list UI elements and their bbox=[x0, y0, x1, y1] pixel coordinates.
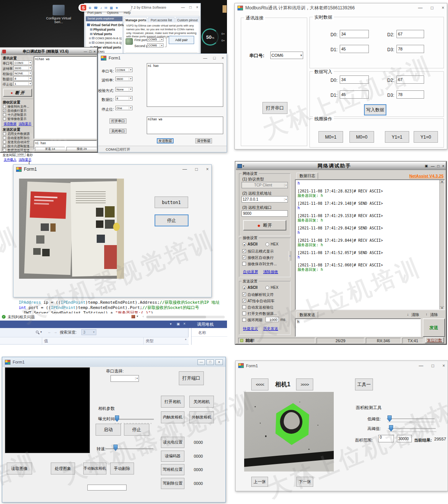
pin-icon[interactable]: ▣ bbox=[425, 164, 428, 168]
manual-reject-button[interactable]: 手动剔除 bbox=[110, 463, 134, 474]
exposure-slider-track[interactable] bbox=[114, 419, 154, 420]
m0-off-button[interactable]: M0=0 bbox=[349, 131, 374, 143]
log-vertical-scrollbar[interactable]: ▲ ▼ bbox=[439, 180, 444, 309]
clear-display-link[interactable]: 清除显示 bbox=[19, 122, 31, 126]
send-button[interactable]: 发送 bbox=[423, 318, 445, 337]
type-column-header[interactable]: 类型 bbox=[146, 338, 153, 344]
button1[interactable]: button1 bbox=[155, 197, 188, 208]
open-camera-button[interactable]: 打开相机 bbox=[161, 396, 184, 408]
write-data-button[interactable]: 写入数据 bbox=[364, 104, 386, 115]
close-icon[interactable]: × bbox=[442, 363, 445, 368]
maximize-icon[interactable]: □ bbox=[431, 5, 433, 10]
bottom-text-input[interactable] bbox=[87, 485, 127, 491]
next-camera-button[interactable]: >>>> bbox=[296, 378, 313, 390]
horizontal-scrollbar[interactable] bbox=[146, 316, 225, 318]
desktop-icon-configure-vspd[interactable]: Configure Virtual Seri... bbox=[44, 4, 73, 24]
prev-camera-button[interactable]: <<<< bbox=[251, 378, 268, 390]
process-image-button[interactable]: 处理图象 bbox=[51, 463, 75, 474]
baud-combo[interactable]: 9600▾ bbox=[13, 66, 32, 70]
radio-send-ascii[interactable]: ● bbox=[242, 286, 246, 290]
internal-trigger-button[interactable]: 内触发相机 bbox=[161, 411, 184, 423]
checkbox-parse-escape[interactable]: ✓ bbox=[242, 293, 246, 296]
send-textarea[interactable]: nihao wa bbox=[147, 117, 223, 134]
checkbox-auto-newline[interactable]: ✓ bbox=[3, 109, 6, 112]
stop-button[interactable]: 停止 bbox=[155, 214, 189, 226]
databits-combo[interactable]: 8▾ bbox=[13, 76, 32, 81]
data-log-area[interactable]: h [2021-11-08 17:41:28.823]# RECV ASCII>… bbox=[295, 179, 445, 310]
y1-on-button[interactable]: Y1=1 bbox=[385, 131, 409, 143]
maximize-icon[interactable]: □ bbox=[189, 5, 192, 9]
checkbox-auto-clear[interactable] bbox=[3, 140, 6, 143]
tree-item-virtual-ports[interactable]: Virtual ports bbox=[90, 32, 112, 36]
close-port-button[interactable]: 关闭串口 bbox=[109, 129, 127, 134]
close-icon[interactable]: × bbox=[196, 5, 198, 9]
panel-collapse-handle[interactable]: ‹ bbox=[288, 251, 292, 261]
checkbox-auto-checksum[interactable] bbox=[242, 305, 246, 309]
read-encoder-button[interactable]: 读编码器 bbox=[161, 451, 184, 462]
checkbox-auto-append[interactable] bbox=[3, 136, 6, 139]
panel-pin-icon[interactable]: ▣ bbox=[177, 322, 180, 326]
maximize-icon[interactable]: □ bbox=[206, 359, 214, 365]
tool-one-button[interactable]: 工具一 bbox=[355, 378, 373, 390]
radio-send-hex[interactable] bbox=[265, 286, 269, 290]
write-camera-pos-button[interactable]: 写相机位置 bbox=[161, 464, 184, 475]
stop-button[interactable]: 停止 bbox=[124, 424, 149, 436]
close-icon[interactable]: × bbox=[94, 50, 96, 53]
tree-expand-icon[interactable]: ⊞ bbox=[89, 37, 91, 40]
auto-scroll-link[interactable]: 自动滚屏 bbox=[243, 269, 258, 275]
d2-write[interactable]: 67 bbox=[396, 75, 424, 84]
netassist-brand-link[interactable]: NetAssist V4.3.25 bbox=[400, 174, 444, 178]
checkbox-pause-recv[interactable] bbox=[3, 117, 6, 120]
forward-arrow-icon[interactable]: → bbox=[53, 330, 57, 334]
open-port-button[interactable]: 打开串口 bbox=[109, 118, 127, 124]
receive-textarea[interactable]: ni hao bbox=[147, 63, 223, 107]
stopbits-combo[interactable]: 1▾ bbox=[13, 81, 32, 86]
d0-write[interactable]: 34 bbox=[340, 75, 369, 84]
read-photoelectric-button[interactable]: 读光电位置 bbox=[161, 437, 184, 448]
host-combo[interactable]: 127.0.0.1▾ bbox=[242, 196, 288, 202]
back-arrow-icon[interactable]: ← bbox=[48, 330, 52, 334]
remote-port-input[interactable]: 9000 bbox=[242, 210, 288, 217]
checkbox-cycle[interactable] bbox=[242, 318, 246, 322]
tree-item-root[interactable]: Virtual Serial Port Driver bbox=[87, 23, 127, 27]
protocol-combo[interactable]: TCP Client▾ bbox=[242, 182, 288, 188]
maximize-icon[interactable]: □ bbox=[89, 50, 91, 53]
tab-custom-pinout[interactable]: Custom pinout bbox=[175, 17, 199, 22]
parity-combo[interactable]: None▾ bbox=[115, 87, 133, 92]
tree-item-physical-ports[interactable]: Physical ports bbox=[90, 28, 115, 31]
tree-item-com4[interactable]: ⊞ COM4 [9600-N-8-1] bbox=[89, 41, 122, 44]
brush-caret-icon[interactable]: ▾ bbox=[137, 315, 138, 318]
close-icon[interactable]: × bbox=[206, 167, 209, 172]
y1-off-button[interactable]: Y1=0 bbox=[414, 131, 438, 143]
manual-trigger-button[interactable]: 手动触发相机 bbox=[83, 463, 106, 474]
minimize-icon[interactable]: — bbox=[419, 363, 423, 368]
baud-combo[interactable]: 9600▾ bbox=[115, 77, 133, 81]
port-select-combo[interactable]: ▾ bbox=[111, 375, 139, 382]
maximize-icon[interactable]: □ bbox=[195, 167, 198, 172]
open-port-button[interactable]: 打开端口 bbox=[179, 371, 204, 385]
high-threshold-thumb[interactable] bbox=[389, 425, 393, 432]
tree-item-com3[interactable]: ⊞ COM3 [9600-N-8-1] bbox=[89, 37, 122, 40]
minimize-icon[interactable]: — bbox=[431, 164, 435, 168]
open-port-button[interactable]: 打开串口 bbox=[262, 102, 287, 114]
tab-manage-ports[interactable]: Manage ports bbox=[125, 17, 147, 22]
clear-display-link[interactable]: 清除显示 bbox=[19, 158, 31, 162]
minimize-icon[interactable]: — bbox=[84, 50, 87, 53]
low-threshold-track[interactable] bbox=[387, 418, 435, 419]
save-data-link[interactable]: 保存数据 bbox=[4, 122, 16, 126]
m0-on-button[interactable]: M0=1 bbox=[318, 131, 343, 143]
send-input-area[interactable]: h bbox=[295, 318, 421, 337]
close-icon[interactable]: × bbox=[442, 164, 444, 168]
port-combo[interactable]: COM6▾ bbox=[270, 52, 303, 59]
data-log-tab[interactable]: 数据日志 bbox=[296, 173, 318, 179]
scroll-up-icon[interactable]: ▲ bbox=[184, 338, 187, 340]
add-pair-button[interactable]: Add pair bbox=[169, 36, 194, 44]
minimize-icon[interactable]: — bbox=[203, 56, 207, 60]
clear-send-arrow-icon[interactable]: ↓ bbox=[407, 312, 409, 316]
search-caret-icon[interactable]: ▾ bbox=[40, 330, 42, 334]
d2-value[interactable]: 67 bbox=[396, 30, 424, 38]
second-port-combo[interactable]: COM6▾ bbox=[147, 43, 164, 47]
panel-close-icon[interactable]: × bbox=[183, 322, 186, 326]
high-threshold-track[interactable] bbox=[388, 428, 436, 429]
first-port-combo[interactable]: COM5▾ bbox=[147, 37, 164, 41]
